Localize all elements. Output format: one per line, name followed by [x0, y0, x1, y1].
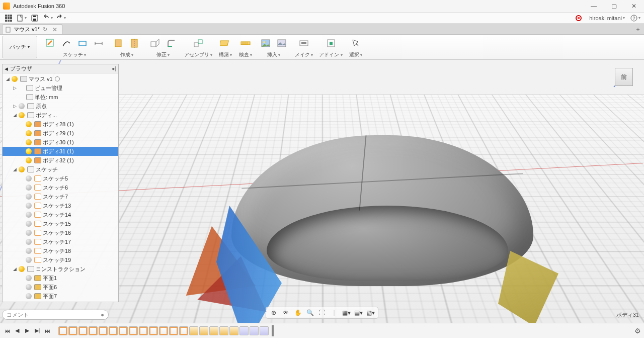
- ribbon-label-insert[interactable]: 挿入: [267, 51, 280, 58]
- visibility-bulb-icon[interactable]: [19, 266, 25, 272]
- visibility-bulb-icon[interactable]: [12, 76, 18, 82]
- tree-plane-item[interactable]: 平面7: [3, 292, 118, 301]
- window-minimize-button[interactable]: —: [584, 0, 604, 13]
- timeline-step[interactable]: [99, 326, 108, 335]
- timeline-step[interactable]: [219, 326, 228, 335]
- visibility-bulb-icon[interactable]: [19, 166, 25, 172]
- tree-units[interactable]: 単位: mm: [3, 93, 118, 102]
- redo-button[interactable]: [55, 14, 66, 23]
- timeline-step[interactable]: [179, 326, 188, 335]
- timeline-playhead[interactable]: [272, 325, 274, 336]
- insert-image-icon[interactable]: [259, 36, 273, 50]
- timeline-play-button[interactable]: ▶: [23, 327, 31, 335]
- tree-root[interactable]: ◢マウス v1: [3, 74, 118, 83]
- tree-sketch-item[interactable]: スケッチ6: [3, 183, 118, 192]
- visibility-bulb-icon[interactable]: [26, 284, 32, 290]
- timeline-step[interactable]: [199, 326, 208, 335]
- tree-body-item[interactable]: ボディ30 (1): [3, 138, 118, 147]
- timeline-step[interactable]: [209, 326, 218, 335]
- assembly-icon[interactable]: [191, 36, 205, 50]
- timeline-step[interactable]: [149, 326, 158, 335]
- user-menu[interactable]: hiroaki mitani: [586, 14, 628, 23]
- zoom-icon[interactable]: 🔍: [305, 308, 314, 317]
- pan-icon[interactable]: ✋: [293, 308, 302, 317]
- view-cube[interactable]: 前: [613, 66, 635, 88]
- viewport-3d[interactable]: ◀ ブラウザ ●| ◢マウス v1▷ビュー管理単位: mm▷原点◢ボディ...ボ…: [0, 60, 644, 323]
- grid-settings-icon[interactable]: ▤▾: [354, 308, 363, 317]
- timeline-step[interactable]: [89, 326, 98, 335]
- ribbon-label-select[interactable]: 選択: [349, 51, 362, 58]
- dimension-icon[interactable]: [92, 36, 106, 50]
- visibility-bulb-icon[interactable]: [26, 121, 32, 127]
- visibility-bulb-icon[interactable]: [26, 157, 32, 163]
- tree-sketch-item[interactable]: スケッチ13: [3, 201, 118, 210]
- window-close-button[interactable]: ✕: [624, 0, 644, 13]
- comment-input[interactable]: コメント ●: [2, 310, 109, 320]
- visibility-bulb-icon[interactable]: [26, 148, 32, 154]
- visibility-bulb-icon[interactable]: [26, 203, 32, 209]
- tree-body-item[interactable]: ボディ31 (1): [3, 147, 118, 156]
- visibility-bulb-icon[interactable]: [26, 185, 32, 191]
- measure-icon[interactable]: [238, 36, 253, 50]
- tree-sketch-folder[interactable]: ◢スケッチ: [3, 165, 118, 174]
- document-tab[interactable]: マウス v1* ↻ ✕: [2, 24, 62, 34]
- record-icon[interactable]: [573, 14, 584, 23]
- make-icon[interactable]: [297, 36, 311, 50]
- create-sketch-icon[interactable]: [43, 36, 57, 50]
- visibility-bulb-icon[interactable]: [19, 112, 25, 118]
- tree-body-item[interactable]: ボディ29 (1): [3, 129, 118, 138]
- visibility-bulb-icon[interactable]: [26, 175, 32, 182]
- fit-icon[interactable]: ⛶: [317, 308, 327, 317]
- tree-origin[interactable]: ▷原点: [3, 102, 118, 111]
- addins-icon[interactable]: [324, 36, 338, 50]
- timeline-step[interactable]: [250, 326, 259, 335]
- ribbon-label-addins[interactable]: アドイン: [319, 51, 342, 58]
- workspace-selector[interactable]: パッチ▾: [2, 36, 37, 58]
- line-icon[interactable]: [59, 36, 73, 50]
- visibility-bulb-icon[interactable]: [26, 239, 32, 245]
- new-tab-button[interactable]: ＋: [635, 25, 641, 34]
- timeline-step[interactable]: [58, 326, 67, 335]
- visibility-bulb-icon[interactable]: [26, 275, 32, 281]
- timeline-step[interactable]: [159, 326, 168, 335]
- ribbon-label-modify[interactable]: 修正: [156, 51, 170, 58]
- timeline-step[interactable]: [129, 326, 138, 335]
- timeline-step[interactable]: [139, 326, 148, 335]
- model-mouse-body[interactable]: [211, 130, 533, 301]
- revolve-icon[interactable]: [128, 36, 142, 50]
- tree-body-item[interactable]: ボディ32 (1): [3, 156, 118, 165]
- visibility-bulb-icon[interactable]: [19, 103, 25, 109]
- timeline-step[interactable]: [169, 326, 178, 335]
- timeline-start-button[interactable]: ⏮: [3, 327, 11, 335]
- tab-close-icon[interactable]: ✕: [51, 26, 59, 33]
- timeline-step[interactable]: [109, 326, 118, 335]
- window-maximize-button[interactable]: ▢: [604, 0, 624, 13]
- tree-construction-folder[interactable]: ◢コンストラクション: [3, 264, 118, 274]
- new-file-button[interactable]: [16, 14, 27, 23]
- timeline-step[interactable]: [260, 326, 269, 335]
- tree-sketch-item[interactable]: スケッチ7: [3, 192, 118, 201]
- timeline-end-button[interactable]: ⏭: [43, 327, 51, 335]
- browser-header[interactable]: ◀ ブラウザ ●|: [3, 64, 118, 73]
- visibility-bulb-icon[interactable]: [26, 293, 32, 299]
- timeline-settings-icon[interactable]: ⚙: [634, 327, 641, 335]
- insert-decal-icon[interactable]: [275, 36, 289, 50]
- ribbon-label-inspect[interactable]: 検査: [239, 51, 252, 58]
- timeline-next-button[interactable]: ▶|: [33, 327, 41, 335]
- help-button[interactable]: ?: [630, 14, 641, 23]
- tree-sketch-item[interactable]: スケッチ17: [3, 237, 118, 246]
- tab-recover-icon[interactable]: ↻: [43, 26, 47, 33]
- timeline-step[interactable]: [189, 326, 198, 335]
- app-menu-icon[interactable]: [3, 14, 14, 23]
- visibility-bulb-icon[interactable]: [26, 194, 32, 200]
- tree-sketch-item[interactable]: スケッチ14: [3, 210, 118, 219]
- save-button[interactable]: [29, 14, 40, 23]
- visibility-bulb-icon[interactable]: [26, 257, 32, 263]
- browser-pin-icon[interactable]: ●|: [112, 66, 116, 71]
- undo-button[interactable]: [42, 14, 53, 23]
- view-cube-face[interactable]: 前: [615, 68, 633, 86]
- timeline-step[interactable]: [239, 326, 249, 335]
- visibility-bulb-icon[interactable]: [26, 212, 32, 218]
- tree-bodies-folder[interactable]: ◢ボディ...: [3, 111, 118, 120]
- visibility-bulb-icon[interactable]: [26, 130, 32, 136]
